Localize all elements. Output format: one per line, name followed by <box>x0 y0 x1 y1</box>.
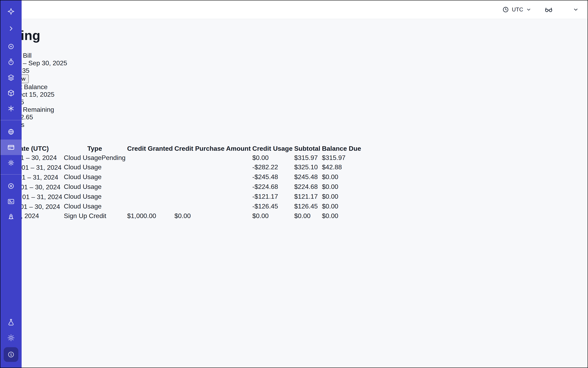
credit-granted <box>127 182 173 191</box>
tab-credits[interactable]: Credits <box>0 129 588 136</box>
balance-due: $0.00 <box>322 202 362 211</box>
invoice-type: Cloud Usage <box>64 193 101 200</box>
status-badge: Pending <box>101 154 125 161</box>
table-row[interactable]: Apr 01, 2024 Sign Up Credit $1,000.00 $0… <box>1 212 362 220</box>
credit-granted <box>127 163 173 172</box>
x-circle-icon[interactable] <box>0 178 22 194</box>
image-icon[interactable] <box>0 194 22 209</box>
balance-due: $0.00 <box>322 182 362 191</box>
credit-usage: -$224.68 <box>252 182 293 191</box>
table-header-row: Date (UTC) Type Credit Granted Credit Pu… <box>1 144 362 153</box>
current-balance-card: Current Balance As of Oct 15, 2025 $861.… <box>0 83 588 106</box>
credit-purchase <box>174 192 251 201</box>
credit-purchase: $0.00 <box>174 212 251 220</box>
subtotal: $315.97 <box>294 154 321 162</box>
credits-remaining-card: Credits Remaining $29,782.65 <box>0 106 588 121</box>
collapse-chevron-right-icon[interactable] <box>0 21 22 36</box>
timezone-label: UTC <box>512 7 523 13</box>
pagination-arrows <box>0 229 588 239</box>
topbar: UTC <box>22 0 588 19</box>
billing-tabs: Invoices Credits Plans <box>0 121 588 144</box>
balance-due: $315.97 <box>322 154 362 162</box>
dollar-circle-icon[interactable]: $ <box>0 346 22 364</box>
column-header-credit-purchase: Credit Purchase Amount <box>174 144 251 153</box>
credit-purchase <box>174 163 251 172</box>
column-header-subtotal: Subtotal <box>294 144 321 153</box>
cube-icon[interactable] <box>0 85 22 101</box>
balance-due: $0.00 <box>322 192 362 201</box>
main-content: Billing Recent Bill Sep 01 – Sep 30, 202… <box>0 28 588 239</box>
app-window: $ UTC Billing Recent Bill Sep 01 – <box>0 0 588 368</box>
balance-due: $0.00 <box>322 212 362 220</box>
chevron-down-icon <box>526 7 531 12</box>
invoice-type: Cloud Usage <box>64 154 101 161</box>
sidebar: $ <box>0 0 22 368</box>
column-header-type: Type <box>63 144 126 153</box>
subtotal: $245.48 <box>294 173 321 182</box>
dollar-circle-button[interactable]: $ <box>4 347 18 362</box>
summary-cards: Recent Bill Sep 01 – Sep 30, 2025 $2,061… <box>0 52 588 121</box>
column-header-credit-usage: Credit Usage <box>252 144 293 153</box>
sidebar-divider <box>0 174 22 175</box>
user-avatar[interactable] <box>562 4 573 15</box>
credit-purchase <box>174 173 251 182</box>
subtotal: $224.68 <box>294 182 321 191</box>
table-row[interactable]: Sept 01 – 30, 2024 Cloud UsagePending $0… <box>1 154 362 162</box>
credit-granted <box>127 173 173 182</box>
credits-remaining-amount: $29,782.65 <box>0 113 588 121</box>
credit-purchase <box>174 182 251 191</box>
credit-purchase <box>174 154 251 162</box>
tab-invoices[interactable]: Invoices <box>0 121 588 129</box>
credit-granted <box>127 202 173 211</box>
subtotal: $126.45 <box>294 202 321 211</box>
glasses-icon[interactable] <box>544 5 553 14</box>
invoice-type: Cloud Usage <box>64 163 101 171</box>
credit-granted <box>127 192 173 201</box>
table-row[interactable]: Aug 01 – 31, 2024 Cloud Usage -$282.22 $… <box>1 163 362 172</box>
card-title: Recent Bill <box>0 52 588 59</box>
table-row[interactable]: May 01 – 31, 2024 Cloud Usage -$121.17 $… <box>1 192 362 201</box>
layers-icon[interactable] <box>0 70 22 85</box>
tab-plans[interactable]: Plans <box>0 136 588 144</box>
logo-icon[interactable] <box>0 4 22 19</box>
sun-icon[interactable] <box>0 330 22 346</box>
rocket-icon[interactable] <box>0 209 22 225</box>
svg-text:$: $ <box>10 352 12 357</box>
page-size-select[interactable]: 10 <box>0 221 588 229</box>
gear-icon[interactable] <box>0 155 22 171</box>
subtotal: $121.17 <box>294 192 321 201</box>
card-title: Current Balance <box>0 83 588 91</box>
table-row[interactable]: Jun 01 – 30, 2024 Cloud Usage -$224.68 $… <box>1 182 362 191</box>
credit-card-icon[interactable] <box>0 139 22 155</box>
invoice-type: Cloud Usage <box>64 173 101 181</box>
timer-icon[interactable] <box>0 54 22 70</box>
card-subtitle: Sep 01 – Sep 30, 2025 <box>0 59 588 67</box>
recent-bill-amount: $2,061.35 <box>0 67 588 74</box>
table-row[interactable]: Jul 01 – 31, 2024 Cloud Usage -$245.48 $… <box>1 173 362 182</box>
balance-due: $42.88 <box>322 163 362 172</box>
credit-granted: $1,000.00 <box>127 212 173 220</box>
current-balance-amount: $861.35 <box>0 98 588 106</box>
credit-purchase <box>174 202 251 211</box>
credit-usage: $0.00 <box>252 154 293 162</box>
page-title: Billing <box>0 28 588 43</box>
credit-usage: -$282.22 <box>252 163 293 172</box>
asterisk-icon[interactable] <box>0 101 22 116</box>
recent-bill-card: Recent Bill Sep 01 – Sep 30, 2025 $2,061… <box>0 52 588 83</box>
table-footer: 10 <box>0 221 588 239</box>
credit-usage: -$245.48 <box>252 173 293 182</box>
column-header-credit-granted: Credit Granted <box>127 144 173 153</box>
card-subtitle: As of Oct 15, 2025 <box>0 91 588 98</box>
invoice-type: Sign Up Credit <box>64 212 106 220</box>
globe-icon[interactable] <box>0 124 22 139</box>
invoice-type: Cloud Usage <box>64 183 101 190</box>
subtotal: $0.00 <box>294 212 321 220</box>
balance-due: $0.00 <box>322 173 362 182</box>
credit-usage: $0.00 <box>252 212 293 220</box>
target-icon[interactable] <box>0 39 22 54</box>
flask-icon[interactable] <box>0 314 22 330</box>
invoices-table: Date (UTC) Type Credit Granted Credit Pu… <box>0 144 588 239</box>
chevron-down-icon[interactable] <box>573 7 579 12</box>
table-row[interactable]: Apr 01 – 30, 2024 Cloud Usage -$126.45 $… <box>1 202 362 211</box>
timezone-selector[interactable]: UTC <box>502 6 532 13</box>
